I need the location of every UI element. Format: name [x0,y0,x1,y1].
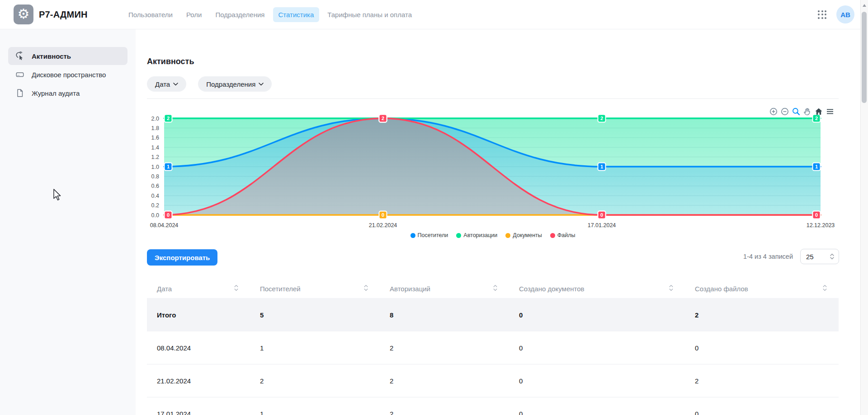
svg-text:0.0: 0.0 [151,212,159,219]
filter-departments[interactable]: Подразделения [198,76,272,92]
nav-item-users[interactable]: Пользователи [123,7,178,22]
zoom-in-icon[interactable] [769,107,778,116]
sort-icon[interactable] [364,284,368,293]
top-header: ⚙ Р7-АДМИН ПользователиРолиПодразделения… [0,0,868,29]
legend-dot [550,233,555,238]
table-header-3[interactable]: Создано документов [509,279,685,298]
svg-text:1.2: 1.2 [151,154,159,160]
export-button[interactable]: Экспортировать [147,249,217,266]
sort-icon[interactable] [234,284,238,293]
legend-dot [456,233,461,238]
disk-icon [15,70,24,79]
svg-text:2: 2 [600,116,603,121]
svg-text:2: 2 [382,116,384,121]
legend-item-3[interactable]: Файлы [550,232,576,238]
svg-text:17.01.2024: 17.01.2024 [588,222,616,228]
legend-item-1[interactable]: Авторизации [456,232,497,238]
nav-item-roles[interactable]: Роли [181,7,208,22]
table-cell: 1 [250,397,380,415]
sort-icon[interactable] [493,284,497,293]
avatar[interactable]: АВ [836,5,854,23]
table-cell: 0 [685,397,839,415]
activity-area-chart[interactable]: 0.00.20.40.60.81.01.21.41.61.82.008.04.2… [147,104,841,244]
table-cell: 8 [380,298,509,331]
table-cell: 0 [685,331,839,364]
table-header-row: ДатаПосетителейАвторизацийСоздано докуме… [147,279,839,298]
sidebar-item-audit-log[interactable]: Журнал аудита [8,84,127,102]
chevron-down-icon [259,83,264,86]
reset-zoom-icon[interactable] [815,107,823,116]
table-cell: 2 [380,364,509,397]
table-cell: 1 [250,331,380,364]
svg-text:2.0: 2.0 [151,116,159,122]
table-header-label: Авторизаций [390,285,430,293]
legend-label: Авторизации [463,232,497,238]
sidebar-item-activity[interactable]: Активность [8,47,127,65]
table-header-label: Посетителей [260,285,301,293]
brand-title: Р7-АДМИН [39,9,88,20]
svg-text:1.8: 1.8 [151,125,159,131]
svg-text:0.2: 0.2 [151,202,159,209]
gear-icon: ⚙ [18,7,30,21]
table-header-1[interactable]: Посетителей [250,279,380,298]
zoom-out-icon[interactable] [781,107,789,116]
nav-item-statistics[interactable]: Статистика [273,7,320,22]
table-header-2[interactable]: Авторизаций [380,279,509,298]
sidebar-item-label: Дисковое пространство [32,71,106,79]
table-cell: 17.01.2024 [147,397,250,415]
legend-dot [505,233,510,238]
selection-zoom-icon[interactable] [792,107,800,116]
svg-text:0: 0 [167,212,170,218]
table-header-0[interactable]: Дата [147,279,250,298]
table-cell: 0 [509,298,685,331]
svg-text:1.6: 1.6 [151,135,159,141]
sort-icon[interactable] [823,284,827,293]
menu-icon[interactable] [826,107,834,116]
table-cell: 0 [509,397,685,415]
scrollbar-thumb[interactable] [862,12,867,103]
table-cell: 0 [509,364,685,397]
svg-text:08.04.2024: 08.04.2024 [150,222,179,228]
app-logo[interactable]: ⚙ Р7-АДМИН [14,5,88,24]
header-right: АВ [818,0,854,29]
table-cell: 2 [250,364,380,397]
x-axis-labels: 08.04.202421.02.202417.01.202412.12.2023 [150,222,835,228]
nav-item-departments[interactable]: Подразделения [210,7,270,22]
sidebar-item-disk-space[interactable]: Дисковое пространство [8,65,127,84]
table-cell: 08.04.2024 [147,331,250,364]
filter-departments-label: Подразделения [206,80,255,88]
page-title: Активность [147,57,194,66]
filter-date[interactable]: Дата [147,76,186,92]
nav-item-tariffs[interactable]: Тарифные планы и оплата [322,7,417,22]
table-cell: Итого [147,298,250,331]
svg-text:0.6: 0.6 [151,183,159,189]
activity-table: ДатаПосетителейАвторизацийСоздано докуме… [147,279,839,415]
table-cell: 21.02.2024 [147,364,250,397]
svg-text:1: 1 [600,164,603,169]
page-size-value: 25 [806,253,814,261]
table-row-total: Итого5802 [147,298,839,331]
stepper-icon [830,253,834,260]
logo-box: ⚙ [14,5,33,24]
table-header-label: Создано документов [519,285,585,293]
main-nav: ПользователиРолиПодразделенияСтатистикаТ… [123,0,417,29]
svg-text:2: 2 [167,116,170,121]
svg-text:1: 1 [167,164,170,169]
pan-icon[interactable] [803,107,811,116]
svg-text:0: 0 [815,212,818,218]
sidebar-item-label: Активность [32,52,71,60]
section-divider [147,98,839,99]
scrollbar-up-arrow[interactable] [863,4,866,7]
app-root: ⚙ Р7-АДМИН ПользователиРолиПодразделения… [0,0,868,415]
legend-item-2[interactable]: Документы [505,232,542,238]
records-count: 1-4 из 4 записей [743,253,793,260]
page-size-select[interactable]: 25 [800,249,839,264]
apps-grid-icon[interactable] [818,10,826,19]
table-cell: 0 [509,331,685,364]
svg-text:0: 0 [382,212,384,218]
svg-text:1.4: 1.4 [151,145,159,151]
legend-label: Файлы [557,232,576,238]
legend-item-0[interactable]: Посетители [410,232,448,238]
table-header-4[interactable]: Создано файлов [685,279,839,298]
sort-icon[interactable] [669,284,673,293]
